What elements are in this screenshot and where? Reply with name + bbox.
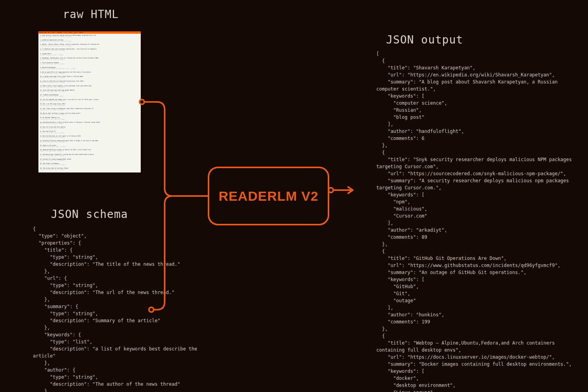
- hn-list-item: 6. Debugging: Indispensable rules for fi…: [40, 57, 139, 60]
- hn-list-item: 8. Shavarsh Karapetyan6 points by handfu…: [40, 67, 139, 70]
- hn-list-item: 18. Why do small children in Japan ride …: [40, 113, 139, 116]
- hn-body: 1. Snyk security researcher deploys mali…: [38, 34, 141, 172]
- hn-list-item: 21. How corn syrup took over America95 p…: [40, 126, 139, 129]
- hn-list-item: 25. Night vs non-access12 points 45 minu…: [40, 145, 139, 148]
- label-raw-html: raw HTML: [63, 8, 119, 21]
- hn-list-item: 4. I created an open-source Hardware Hac…: [40, 48, 139, 51]
- hn-list-item: 19. AI Engineer Reading List72 points 3 …: [40, 117, 139, 120]
- hn-list-item: 15. Can you complete the Oregon Trail if…: [40, 99, 139, 102]
- hn-list-item: 16. Why is my CPU usage always 100%?45 p…: [40, 103, 139, 106]
- central-model-label: READERLM V2: [219, 189, 319, 204]
- json-schema-code: { "type": "object", "properties": { "tit…: [33, 225, 198, 392]
- json-output-code: [ { "title": "Shavarsh Karapetyan", "url…: [376, 50, 572, 392]
- hn-list-item: 9. How we used GPT-4o for image detectio…: [40, 71, 139, 74]
- hn-list-item: 20. Generated Decibels: A Study of Noise…: [40, 122, 139, 125]
- hn-list-item: 1. Snyk security researcher deploys mali…: [40, 34, 139, 38]
- hn-list-item: 27. Desolation maps: Dragonfly's extreme…: [40, 154, 139, 157]
- hn-list-item: 7. Fluid Simulation Pendant55 points 2 h…: [40, 62, 139, 65]
- hn-list-item: 10. A laptop stand made from a single sh…: [40, 76, 139, 79]
- hn-list-item: 29. The Origins of Wokeness201 points 5 …: [40, 163, 139, 166]
- hn-list-item: 3. Webtop – Alpine, Ubuntu, Fedora, and …: [40, 44, 139, 47]
- hn-list-item: 14. FreeBSD Suspend/Resume33 points 2 ho…: [40, 94, 139, 97]
- hn-list-item: 11. Lines of code that will beat A/B tes…: [40, 80, 139, 83]
- hn-list-item: 12. When a winter storm trapped a luxury…: [40, 85, 139, 88]
- hn-list-item: 22. Railroad Tycoon II41 points 3 hours …: [40, 131, 139, 134]
- hn-list-item: 30. The Curious Gems of the River Thames…: [40, 167, 139, 171]
- hn-list-item: 17. Ask: travel drivers on Manhattan roa…: [40, 108, 139, 111]
- hn-list-item: 13. Sonos CEO steps down after app updat…: [40, 89, 139, 93]
- central-model-box: READERLM V2: [208, 167, 329, 225]
- hn-list-item: 23. How did they make cars fall apart in…: [40, 135, 139, 138]
- hn-list-item: 26. Humanize Healthcare Content as Spoti…: [40, 149, 139, 152]
- hn-list-item: 24. Scientists Discover Underground Wate…: [40, 140, 139, 143]
- label-json-schema: JSON schema: [51, 208, 128, 221]
- hn-list-item: 5. voyage-code-334 points 1 hour ago | h…: [40, 53, 139, 56]
- label-json-output: JSON output: [386, 33, 463, 46]
- hn-list-item: 28. Entropy of a Large Language Model ou…: [40, 158, 139, 162]
- hn-list-item: 2. GitHub Git Operations Are Down199 poi…: [40, 39, 139, 42]
- raw-html-preview: Hacker News new | past | comments | ask …: [38, 31, 141, 172]
